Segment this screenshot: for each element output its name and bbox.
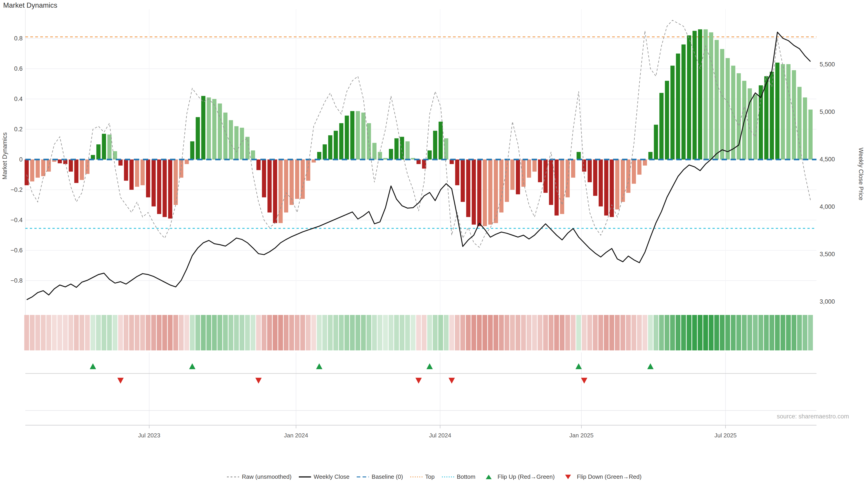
osc-bar[interactable] xyxy=(803,97,807,160)
heatmap-cell[interactable] xyxy=(521,315,526,350)
heatmap-cell[interactable] xyxy=(643,315,647,350)
osc-bar[interactable] xyxy=(549,160,553,205)
heatmap-cell[interactable] xyxy=(68,315,73,350)
heatmap-cell[interactable] xyxy=(770,315,774,350)
heatmap-cell[interactable] xyxy=(488,315,493,350)
heatmap-cell[interactable] xyxy=(670,315,675,350)
osc-bar[interactable] xyxy=(571,160,575,177)
osc-bar[interactable] xyxy=(395,138,399,160)
heatmap-cell[interactable] xyxy=(527,315,531,350)
osc-bar[interactable] xyxy=(30,160,34,182)
osc-bar[interactable] xyxy=(676,54,680,160)
osc-bar[interactable] xyxy=(510,160,515,190)
osc-bar[interactable] xyxy=(582,160,586,172)
heatmap-cell[interactable] xyxy=(510,315,515,350)
osc-bar[interactable] xyxy=(46,160,51,172)
osc-bar[interactable] xyxy=(472,160,476,225)
flip-down-marker[interactable] xyxy=(581,378,587,384)
heatmap-cell[interactable] xyxy=(714,315,719,350)
osc-bar[interactable] xyxy=(36,160,40,177)
osc-bar[interactable] xyxy=(604,160,608,216)
osc-bar[interactable] xyxy=(135,160,139,187)
osc-bar[interactable] xyxy=(577,152,581,160)
flip-up-marker[interactable] xyxy=(427,363,433,369)
heatmap-cell[interactable] xyxy=(30,315,35,350)
heatmap-strip[interactable] xyxy=(24,315,813,350)
osc-bar[interactable] xyxy=(372,143,376,160)
osc-bar[interactable] xyxy=(731,66,735,160)
osc-bar[interactable] xyxy=(306,160,310,181)
osc-bar[interactable] xyxy=(786,64,790,160)
heatmap-cell[interactable] xyxy=(46,315,51,350)
heatmap-cell[interactable] xyxy=(493,315,498,350)
heatmap-cell[interactable] xyxy=(151,315,156,350)
flip-up-marker[interactable] xyxy=(316,363,322,369)
heatmap-cell[interactable] xyxy=(355,315,360,350)
heatmap-cell[interactable] xyxy=(653,315,658,350)
heatmap-cell[interactable] xyxy=(311,315,316,350)
heatmap-cell[interactable] xyxy=(681,315,686,350)
osc-bar[interactable] xyxy=(544,160,548,193)
osc-bar[interactable] xyxy=(345,116,349,160)
osc-bar[interactable] xyxy=(505,160,509,202)
osc-bar[interactable] xyxy=(682,44,686,160)
osc-bar[interactable] xyxy=(659,93,663,160)
heatmap-cell[interactable] xyxy=(267,315,272,350)
osc-bar[interactable] xyxy=(268,160,272,213)
osc-bar[interactable] xyxy=(654,125,658,160)
osc-bar[interactable] xyxy=(499,160,503,213)
heatmap-cell[interactable] xyxy=(483,315,487,350)
heatmap-cell[interactable] xyxy=(184,315,189,350)
osc-bar[interactable] xyxy=(715,40,719,160)
heatmap-cell[interactable] xyxy=(234,315,239,350)
heatmap-cell[interactable] xyxy=(306,315,311,350)
osc-bar[interactable] xyxy=(25,160,29,185)
heatmap-cell[interactable] xyxy=(96,315,101,350)
osc-bar[interactable] xyxy=(494,160,498,223)
heatmap-cell[interactable] xyxy=(753,315,758,350)
heatmap-cell[interactable] xyxy=(576,315,581,350)
osc-bar[interactable] xyxy=(80,160,84,180)
heatmap-cell[interactable] xyxy=(101,315,106,350)
heatmap-cell[interactable] xyxy=(317,315,322,350)
heatmap-cell[interactable] xyxy=(786,315,791,350)
heatmap-cell[interactable] xyxy=(35,315,40,350)
osc-bar[interactable] xyxy=(119,160,123,166)
heatmap-cell[interactable] xyxy=(333,315,338,350)
osc-bar[interactable] xyxy=(637,160,641,175)
heatmap-cell[interactable] xyxy=(129,315,134,350)
osc-bar[interactable] xyxy=(598,160,602,206)
heatmap-cell[interactable] xyxy=(394,315,399,350)
heatmap-cell[interactable] xyxy=(433,315,437,350)
heatmap-cell[interactable] xyxy=(427,315,432,350)
heatmap-cell[interactable] xyxy=(444,315,448,350)
heatmap-cell[interactable] xyxy=(174,315,178,350)
heatmap-cell[interactable] xyxy=(516,315,520,350)
osc-bar[interactable] xyxy=(69,160,73,172)
osc-bar[interactable] xyxy=(273,160,277,223)
osc-bar[interactable] xyxy=(632,160,636,184)
heatmap-cell[interactable] xyxy=(587,315,592,350)
osc-bar[interactable] xyxy=(383,158,388,160)
osc-bar[interactable] xyxy=(235,126,239,160)
osc-bar[interactable] xyxy=(102,134,106,160)
heatmap-cell[interactable] xyxy=(300,315,305,350)
osc-bar[interactable] xyxy=(808,109,812,160)
heatmap-cell[interactable] xyxy=(405,315,410,350)
heatmap-cell[interactable] xyxy=(24,315,29,350)
heatmap-cell[interactable] xyxy=(460,315,465,350)
heatmap-cell[interactable] xyxy=(422,315,427,350)
osc-bar[interactable] xyxy=(251,151,255,160)
heatmap-cell[interactable] xyxy=(90,315,95,350)
osc-bar[interactable] xyxy=(405,141,410,160)
heatmap-cell[interactable] xyxy=(764,315,769,350)
heatmap-cell[interactable] xyxy=(537,315,542,350)
heatmap-cell[interactable] xyxy=(737,315,741,350)
heatmap-cell[interactable] xyxy=(400,315,404,350)
heatmap-cell[interactable] xyxy=(179,315,184,350)
heatmap-cell[interactable] xyxy=(720,315,724,350)
osc-bar[interactable] xyxy=(301,160,305,199)
osc-bar[interactable] xyxy=(593,160,597,196)
osc-bar[interactable] xyxy=(671,66,675,160)
heatmap-cell[interactable] xyxy=(124,315,128,350)
